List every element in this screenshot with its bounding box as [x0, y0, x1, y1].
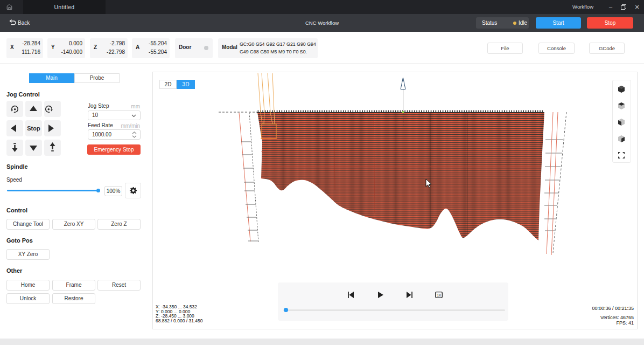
svg-text:1x: 1x: [437, 293, 441, 297]
